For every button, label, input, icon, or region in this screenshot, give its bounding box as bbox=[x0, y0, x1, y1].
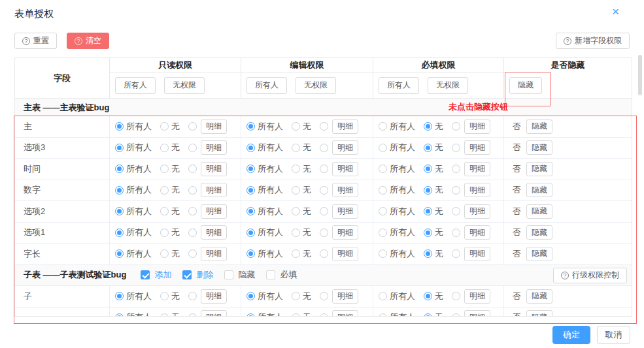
radio-detail[interactable]: 明细 bbox=[188, 247, 227, 261]
radio-everyone[interactable]: 所有人 bbox=[379, 206, 415, 217]
detail-button[interactable]: 明细 bbox=[332, 162, 358, 176]
radio-detail[interactable]: 明细 bbox=[188, 289, 227, 304]
detail-button[interactable]: 明细 bbox=[332, 289, 358, 304]
row-hide-button[interactable]: 隐藏 bbox=[526, 162, 552, 176]
detail-button[interactable]: 明细 bbox=[332, 310, 358, 316]
detail-button[interactable]: 明细 bbox=[464, 247, 490, 261]
detail-button[interactable]: 明细 bbox=[201, 310, 227, 316]
required-bulk-nopermission-button[interactable]: 无权限 bbox=[428, 77, 468, 94]
radio-detail[interactable]: 明细 bbox=[452, 204, 490, 219]
radio-detail[interactable]: 明细 bbox=[452, 140, 490, 155]
radio-detail[interactable]: 明细 bbox=[320, 289, 358, 304]
radio-none[interactable]: 无 bbox=[292, 248, 311, 260]
row-hide-button[interactable]: 隐藏 bbox=[526, 289, 552, 304]
bulk-hide-button[interactable]: 隐藏 bbox=[509, 77, 542, 94]
radio-none[interactable]: 无 bbox=[160, 311, 180, 316]
radio-none[interactable]: 无 bbox=[424, 184, 443, 196]
detail-button[interactable]: 明细 bbox=[464, 204, 490, 219]
detail-button[interactable]: 明细 bbox=[464, 289, 490, 304]
detail-button[interactable]: 明细 bbox=[332, 140, 358, 155]
radio-everyone[interactable]: 所有人 bbox=[246, 206, 283, 217]
radio-none[interactable]: 无 bbox=[160, 121, 180, 133]
radio-none[interactable]: 无 bbox=[424, 291, 443, 302]
sub-table-option-checkbox[interactable]: 添加 bbox=[141, 269, 171, 281]
radio-everyone[interactable]: 所有人 bbox=[379, 291, 415, 302]
detail-button[interactable]: 明细 bbox=[201, 204, 227, 219]
radio-none[interactable]: 无 bbox=[424, 121, 443, 133]
detail-button[interactable]: 明细 bbox=[201, 140, 227, 155]
detail-button[interactable]: 明细 bbox=[332, 247, 358, 261]
detail-button[interactable]: 明细 bbox=[464, 183, 490, 197]
detail-button[interactable]: 明细 bbox=[201, 162, 227, 176]
detail-button[interactable]: 明细 bbox=[332, 119, 358, 134]
radio-none[interactable]: 无 bbox=[292, 121, 311, 133]
radio-detail[interactable]: 明细 bbox=[452, 225, 490, 240]
detail-button[interactable]: 明细 bbox=[464, 119, 490, 134]
radio-detail[interactable]: 明细 bbox=[320, 225, 358, 240]
detail-button[interactable]: 明细 bbox=[201, 247, 227, 261]
radio-everyone[interactable]: 所有人 bbox=[115, 142, 152, 153]
radio-everyone[interactable]: 所有人 bbox=[115, 206, 152, 217]
row-level-permission-button[interactable]: ? 行级权限控制 bbox=[553, 268, 627, 283]
radio-everyone[interactable]: 所有人 bbox=[246, 227, 283, 238]
radio-none[interactable]: 无 bbox=[160, 206, 180, 217]
radio-everyone[interactable]: 所有人 bbox=[379, 121, 415, 133]
radio-everyone[interactable]: 所有人 bbox=[246, 248, 283, 260]
radio-everyone[interactable]: 所有人 bbox=[115, 184, 152, 196]
radio-everyone[interactable]: 所有人 bbox=[379, 184, 415, 196]
radio-none[interactable]: 无 bbox=[424, 311, 443, 316]
radio-detail[interactable]: 明细 bbox=[320, 162, 358, 176]
radio-none[interactable]: 无 bbox=[160, 248, 180, 260]
radio-none[interactable]: 无 bbox=[292, 206, 311, 217]
radio-everyone[interactable]: 所有人 bbox=[115, 227, 152, 238]
radio-detail[interactable]: 明细 bbox=[188, 225, 227, 240]
radio-detail[interactable]: 明细 bbox=[320, 247, 358, 261]
radio-detail[interactable]: 明细 bbox=[188, 204, 227, 219]
row-hide-button[interactable]: 隐藏 bbox=[526, 247, 552, 261]
detail-button[interactable]: 明细 bbox=[464, 140, 490, 155]
radio-none[interactable]: 无 bbox=[160, 291, 180, 302]
radio-none[interactable]: 无 bbox=[292, 163, 311, 175]
radio-everyone[interactable]: 所有人 bbox=[115, 248, 152, 260]
radio-everyone[interactable]: 所有人 bbox=[115, 311, 152, 316]
radio-none[interactable]: 无 bbox=[292, 227, 311, 238]
radio-everyone[interactable]: 所有人 bbox=[379, 311, 415, 316]
edit-bulk-nopermission-button[interactable]: 无权限 bbox=[296, 77, 336, 94]
radio-none[interactable]: 无 bbox=[160, 163, 180, 175]
radio-everyone[interactable]: 所有人 bbox=[379, 142, 415, 153]
radio-everyone[interactable]: 所有人 bbox=[115, 121, 152, 133]
radio-detail[interactable]: 明细 bbox=[452, 289, 490, 304]
radio-everyone[interactable]: 所有人 bbox=[246, 121, 283, 133]
detail-button[interactable]: 明细 bbox=[464, 162, 490, 176]
required-bulk-everyone-button[interactable]: 所有人 bbox=[379, 77, 419, 94]
radio-everyone[interactable]: 所有人 bbox=[379, 248, 415, 260]
radio-none[interactable]: 无 bbox=[292, 184, 311, 196]
detail-button[interactable]: 明细 bbox=[201, 183, 227, 197]
radio-everyone[interactable]: 所有人 bbox=[246, 291, 283, 302]
radio-detail[interactable]: 明细 bbox=[452, 119, 490, 134]
radio-everyone[interactable]: 所有人 bbox=[246, 311, 283, 316]
add-field-permission-button[interactable]: ? 新增字段权限 bbox=[556, 33, 630, 49]
edit-bulk-everyone-button[interactable]: 所有人 bbox=[246, 77, 287, 94]
radio-none[interactable]: 无 bbox=[424, 227, 443, 238]
row-hide-button[interactable]: 隐藏 bbox=[526, 310, 552, 316]
radio-detail[interactable]: 明细 bbox=[452, 247, 490, 261]
radio-none[interactable]: 无 bbox=[160, 227, 180, 238]
radio-none[interactable]: 无 bbox=[292, 142, 311, 153]
clear-button[interactable]: ? 清空 bbox=[67, 33, 109, 49]
detail-button[interactable]: 明细 bbox=[464, 310, 490, 316]
reset-button[interactable]: ? 重置 bbox=[14, 33, 57, 49]
radio-none[interactable]: 无 bbox=[160, 184, 180, 196]
radio-none[interactable]: 无 bbox=[424, 248, 443, 260]
radio-none[interactable]: 无 bbox=[292, 291, 311, 302]
readonly-bulk-everyone-button[interactable]: 所有人 bbox=[115, 77, 156, 94]
sub-table-option-checkbox[interactable]: 隐藏 bbox=[224, 269, 255, 281]
close-icon[interactable]: × bbox=[612, 5, 619, 18]
detail-button[interactable]: 明细 bbox=[201, 289, 227, 304]
radio-none[interactable]: 无 bbox=[292, 311, 311, 316]
radio-everyone[interactable]: 所有人 bbox=[379, 163, 415, 175]
radio-everyone[interactable]: 所有人 bbox=[115, 291, 152, 302]
row-hide-button[interactable]: 隐藏 bbox=[526, 119, 552, 134]
radio-detail[interactable]: 明细 bbox=[320, 310, 358, 316]
sub-table-option-checkbox[interactable]: 删除 bbox=[182, 269, 213, 281]
